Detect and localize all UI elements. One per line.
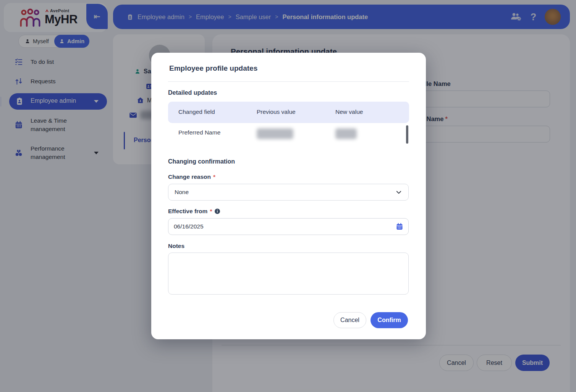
change-reason-label: Change reason <box>168 173 211 180</box>
col-changed-field: Changed field <box>178 109 215 115</box>
col-previous-value: Previous value <box>257 109 296 115</box>
calendar-icon[interactable] <box>396 223 403 230</box>
change-reason-value: None <box>175 189 189 196</box>
info-icon[interactable] <box>214 208 220 214</box>
modal-title-divider <box>168 81 409 82</box>
redacted-previous-value <box>257 128 293 139</box>
redacted-new-value <box>335 128 357 139</box>
required-marker: * <box>210 208 212 215</box>
required-marker: * <box>213 173 215 180</box>
modal-title: Employee profile updates <box>169 64 257 73</box>
effective-from-label: Effective from <box>168 208 207 215</box>
modal-cancel-button[interactable]: Cancel <box>333 312 366 328</box>
changed-field-value: Preferred Name <box>178 129 220 136</box>
col-new-value: New value <box>335 109 363 115</box>
modal-confirm-button[interactable]: Confirm <box>371 312 408 328</box>
change-reason-select[interactable]: None <box>168 184 409 201</box>
effective-from-field <box>168 218 409 235</box>
effective-from-input[interactable] <box>168 218 409 235</box>
chevron-down-icon <box>395 189 402 196</box>
table-scrollbar[interactable] <box>406 125 408 144</box>
notes-label: Notes <box>168 243 184 249</box>
notes-textarea[interactable] <box>168 253 409 295</box>
employee-profile-updates-modal: Employee profile updates Detailed update… <box>151 53 426 339</box>
changing-confirmation-heading: Changing confirmation <box>168 158 235 165</box>
detailed-updates-heading: Detailed updates <box>168 89 217 96</box>
updates-table-header: Changed field Previous value New value <box>168 102 409 123</box>
